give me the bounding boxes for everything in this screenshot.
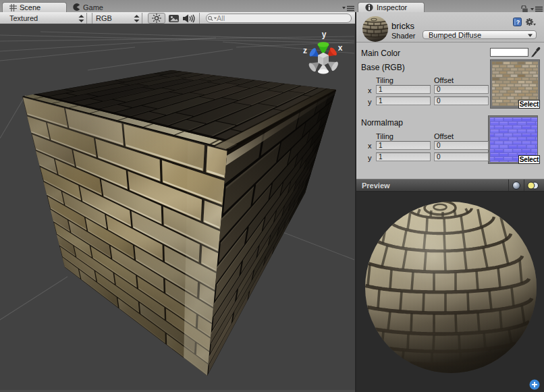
svg-text:z: z <box>303 46 307 55</box>
svg-text:?: ? <box>516 19 520 26</box>
svg-text:y: y <box>322 30 327 39</box>
svg-text:x: x <box>338 43 343 53</box>
